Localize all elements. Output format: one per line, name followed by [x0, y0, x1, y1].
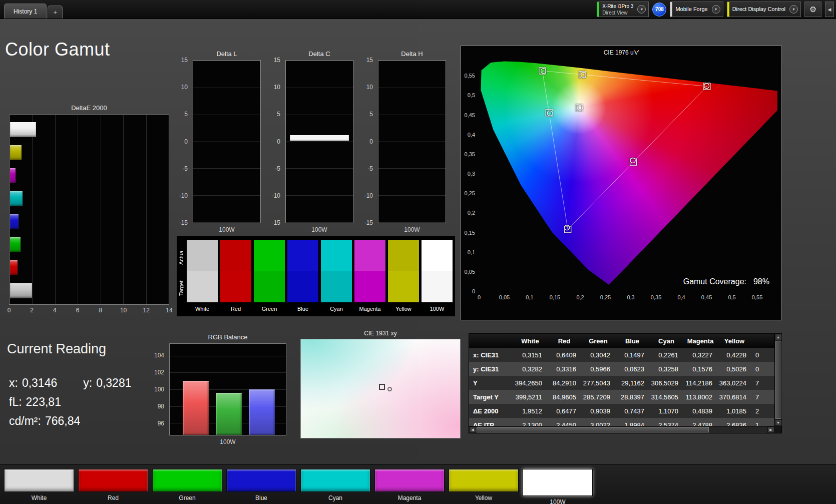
gridline — [286, 115, 353, 115]
y-tick-label: -5 — [182, 165, 188, 172]
tab-history-1[interactable]: History 1 — [4, 4, 47, 19]
reading-fl-line: fL:223,81 — [9, 395, 61, 409]
color-patch-100w[interactable]: 100W — [523, 469, 593, 504]
x-tick-label: 0 — [8, 307, 11, 314]
y-tick-label: 0,25 — [465, 190, 475, 196]
color-patch-magenta[interactable]: Magenta — [374, 469, 445, 504]
table-cell: 3,0022 — [581, 418, 615, 426]
table-cell: 113,8002 — [683, 390, 717, 404]
color-patch-red[interactable]: Red — [78, 469, 148, 504]
actual-swatch — [254, 240, 285, 271]
table-cell: 0,7437 — [615, 404, 649, 418]
source-dropdown-icon[interactable]: ▾ — [712, 5, 720, 14]
display-control-selector[interactable]: Direct Display Control ▾ — [727, 2, 801, 17]
y-tick-label: 104 — [154, 352, 164, 359]
scroll-up-button[interactable]: ▲ — [775, 334, 782, 340]
y-tick-label: 96 — [158, 420, 164, 427]
table-cell-clipped: 0 — [751, 348, 774, 362]
bottom-bar: WhiteRedGreenBlueCyanMagentaYellow100W ▲… — [0, 464, 836, 504]
row-label: ΔE ITP — [469, 418, 513, 426]
table-cell: 1,9512 — [513, 404, 547, 418]
gridline — [378, 61, 446, 61]
meter-selector[interactable]: X-Rite i1Pro 3 Direct View ▾ — [597, 2, 649, 17]
swatch-label: 100W — [422, 305, 453, 313]
scroll-down-button[interactable]: ▼ — [775, 419, 782, 426]
new-tab-button[interactable]: + — [48, 6, 63, 19]
gear-icon: ⚙ — [809, 5, 816, 14]
table-cell: 0,3227 — [683, 348, 717, 362]
gridline — [378, 222, 446, 223]
y-tick-label: 98 — [158, 403, 164, 410]
cie1976-title: CIE 1976 u'v' — [461, 49, 781, 56]
fl-label: fL: — [9, 395, 22, 408]
y-tick-label: -10 — [179, 192, 188, 199]
delta-l-chart: Delta L 151050-5-10-15 100W — [173, 50, 261, 236]
deltae2000-plot — [9, 115, 169, 305]
gridline — [193, 222, 260, 223]
x-tick-label: 0,4 — [677, 294, 685, 300]
reading-cd-line: cd/m²:766,84 — [9, 414, 80, 428]
display-dropdown-icon[interactable]: ▾ — [789, 5, 798, 14]
y-label: y: — [83, 376, 92, 389]
sidebar-collapse-button[interactable]: ◀ — [825, 2, 834, 17]
meter-dropdown-icon[interactable]: ▾ — [637, 5, 646, 14]
table-cell: 0,5966 — [581, 362, 615, 376]
vscroll-thumb[interactable] — [775, 341, 781, 419]
table-cell: 2,5374 — [649, 418, 683, 426]
y-tick-label: 0,1 — [468, 249, 475, 255]
color-patch-cyan[interactable]: Cyan — [300, 469, 370, 504]
scroll-right-button[interactable]: ▶ — [767, 426, 774, 433]
table-cell: 0,3042 — [581, 348, 615, 362]
settings-button[interactable]: ⚙ — [804, 2, 821, 17]
patch-label: Green — [179, 494, 195, 501]
table-vertical-scrollbar[interactable]: ▲ ▼ — [774, 334, 781, 426]
color-patch-white[interactable]: White — [4, 469, 74, 504]
deltae-bar-red — [10, 260, 18, 275]
column-header-green: Green — [581, 334, 615, 348]
rgb-balance-chart: RGB Balance 1041021009896 100W — [150, 333, 286, 443]
source-selector[interactable]: Mobile Forge ▾ — [670, 2, 723, 17]
color-patch-blue[interactable]: Blue — [226, 469, 296, 504]
bottom-swatches: WhiteRedGreenBlueCyanMagentaYellow100W — [4, 469, 593, 504]
deltae-bar-green — [10, 237, 21, 252]
target-row-label: Target — [178, 274, 184, 302]
y-tick-label: 0 — [277, 138, 280, 145]
x-tick-label: 12 — [143, 307, 150, 314]
chevron-down-icon: ▾ — [641, 7, 643, 12]
measured-marker-cyan — [547, 111, 552, 116]
gamut-triangle — [542, 71, 707, 230]
table-cell-clipped: 2 — [751, 404, 774, 418]
swatch-column-magenta: Magenta — [354, 240, 385, 313]
swatch-column-100w: 100W — [422, 240, 453, 313]
patch-label: Magenta — [398, 494, 422, 501]
table-cell: 114,2186 — [683, 376, 717, 390]
hscroll-thumb[interactable] — [477, 427, 709, 432]
color-patch-yellow[interactable]: Yellow — [449, 469, 519, 504]
rgb-bar-blue — [249, 389, 275, 435]
delta-c-title: Delta C — [285, 50, 353, 58]
table-cell: 0,1576 — [683, 362, 717, 376]
y-tick-label: 0,35 — [465, 151, 475, 157]
table-cell: 363,0224 — [717, 376, 751, 390]
x-tick-label: 0,5 — [728, 294, 735, 300]
y-tick-label: 10 — [366, 84, 373, 91]
y-tick-label: -15 — [272, 219, 280, 226]
actual-swatch — [388, 240, 419, 271]
deltae-bar-100w — [10, 122, 36, 137]
scroll-left-button[interactable]: ◀ — [469, 426, 476, 433]
y-tick-label: 5 — [369, 111, 373, 118]
cd-label: cd/m²: — [9, 414, 41, 427]
swatch-column-yellow: Yellow — [388, 240, 419, 313]
actual-swatch — [287, 240, 318, 271]
color-patch-green[interactable]: Green — [152, 469, 222, 504]
swatch-label: Magenta — [354, 305, 385, 313]
table-cell: 0,6477 — [547, 404, 581, 418]
cie1931-measured-marker — [387, 387, 392, 391]
column-header-cyan: Cyan — [649, 334, 683, 348]
cie1976-ylabels: 0,550,50,450,40,350,30,250,20,150,10,050 — [461, 60, 477, 291]
app-root: History 1 + X-Rite i1Pro 3 Direct View ▾… — [0, 0, 836, 504]
table-horizontal-scrollbar[interactable]: ◀ ▶ — [469, 426, 774, 433]
table-cell: 0,5026 — [717, 362, 751, 376]
y-tick-label: 0,5 — [468, 92, 475, 98]
x-tick-label: 0 — [478, 294, 481, 300]
